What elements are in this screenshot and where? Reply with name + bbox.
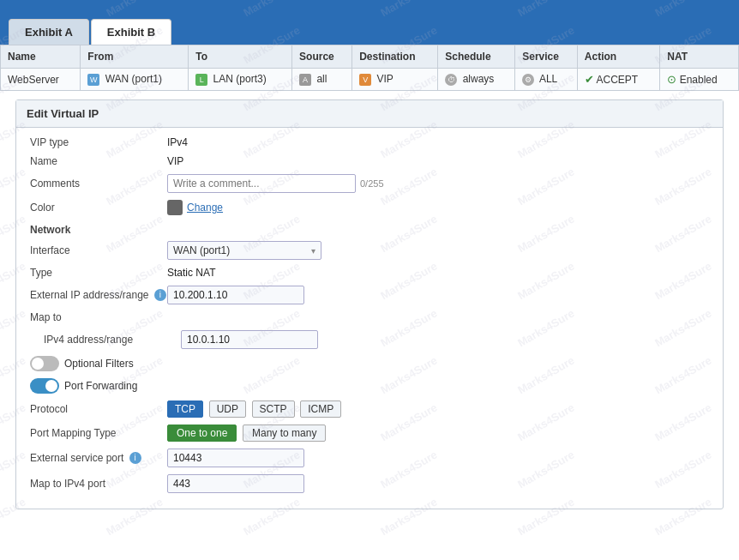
service-icon: ⚙ xyxy=(522,74,534,86)
ipv4-label: IPv4 address/range xyxy=(44,334,181,346)
change-color-button[interactable]: Change xyxy=(187,202,223,214)
map-many-to-many-button[interactable]: Many to many xyxy=(243,425,326,442)
network-section-header: Network xyxy=(30,224,709,236)
dst-icon: V xyxy=(359,74,371,86)
cell-source: A all xyxy=(292,69,352,91)
col-header-source: Source xyxy=(292,45,352,69)
optional-filters-toggle[interactable] xyxy=(30,356,59,371)
cell-from: W WAN (port1) xyxy=(81,69,189,91)
color-swatch xyxy=(167,200,183,215)
ipv4-input[interactable] xyxy=(181,330,318,349)
ext-ip-label: External IP address/range i xyxy=(30,289,167,302)
char-count: 0/255 xyxy=(360,178,384,189)
wan-icon: W xyxy=(87,74,99,86)
cell-nat: ⊙ Enabled xyxy=(660,69,739,91)
edit-panel-body: VIP type IPv4 Name VIP Comments 0/255 Co… xyxy=(16,128,723,509)
src-icon: A xyxy=(299,74,311,86)
tabs-bar: Exhibit A Exhibit B xyxy=(0,0,739,45)
schedule-icon: ⏱ xyxy=(445,74,457,86)
map-to-ipv4-port-label: Map to IPv4 port xyxy=(30,478,167,490)
col-header-action: Action xyxy=(577,45,659,69)
map-to-ipv4-port-row: Map to IPv4 port xyxy=(30,474,709,493)
dropdown-arrow-icon: ▾ xyxy=(311,246,315,256)
name-value: VIP xyxy=(167,155,183,167)
proto-sctp-button[interactable]: SCTP xyxy=(252,400,295,418)
cell-name: WebServer xyxy=(1,69,81,91)
vip-type-label: VIP type xyxy=(30,136,167,148)
col-header-from: From xyxy=(81,45,189,69)
port-mapping-type-row: Port Mapping Type One to one Many to man… xyxy=(30,425,709,442)
port-mapping-type-label: Port Mapping Type xyxy=(30,427,167,439)
vip-type-row: VIP type IPv4 xyxy=(30,136,709,148)
interface-dropdown[interactable]: WAN (port1) ▾ xyxy=(167,241,321,260)
name-row: Name VIP xyxy=(30,155,709,167)
cell-service: ⚙ ALL xyxy=(515,69,578,91)
col-header-schedule: Schedule xyxy=(438,45,515,69)
optional-filters-label: Optional Filters xyxy=(64,358,134,370)
table-row[interactable]: WebServer W WAN (port1) L LAN (port3) A … xyxy=(1,69,739,91)
comments-input[interactable] xyxy=(167,174,356,193)
protocol-row: Protocol TCP UDP SCTP ICMP xyxy=(30,400,709,418)
optional-filters-row: Optional Filters xyxy=(30,356,709,371)
port-forwarding-label: Port Forwarding xyxy=(64,380,137,392)
color-row: Color Change xyxy=(30,200,709,215)
type-label: Type xyxy=(30,267,167,279)
cell-schedule: ⏱ always xyxy=(438,69,515,91)
col-header-to: To xyxy=(189,45,292,69)
ext-ip-row: External IP address/range i xyxy=(30,286,709,304)
ext-service-port-label: External service port i xyxy=(30,452,167,465)
cell-to: L LAN (port3) xyxy=(189,69,292,91)
ext-service-port-input[interactable] xyxy=(167,449,304,467)
firewall-policy-table: Name From To Source Destination Schedule… xyxy=(0,45,739,91)
proto-tcp-button[interactable]: TCP xyxy=(167,400,203,418)
tab-exhibit-b[interactable]: Exhibit B xyxy=(91,19,171,45)
tab-exhibit-a[interactable]: Exhibit A xyxy=(9,19,89,45)
ext-ip-input[interactable] xyxy=(167,286,304,304)
name-label: Name xyxy=(30,155,167,167)
col-header-service: Service xyxy=(515,45,578,69)
map-to-row: Map to xyxy=(30,311,709,323)
lan-icon: L xyxy=(195,74,207,86)
enabled-icon: ⊙ xyxy=(667,73,676,86)
port-forwarding-toggle[interactable] xyxy=(30,378,59,394)
edit-virtual-ip-panel: Edit Virtual IP VIP type IPv4 Name VIP C… xyxy=(15,99,724,509)
col-header-destination: Destination xyxy=(352,45,438,69)
accept-icon: ✔ xyxy=(585,73,594,86)
map-to-label: Map to xyxy=(30,311,167,323)
ipv4-row: IPv4 address/range xyxy=(30,330,709,349)
ext-service-port-info-icon[interactable]: i xyxy=(129,452,141,464)
comments-label: Comments xyxy=(30,178,167,190)
cell-action: ✔ ACCEPT xyxy=(577,69,659,91)
ext-service-port-row: External service port i xyxy=(30,449,709,467)
color-label: Color xyxy=(30,202,167,214)
edit-panel-title: Edit Virtual IP xyxy=(16,100,723,128)
type-row: Type Static NAT xyxy=(30,267,709,279)
interface-label: Interface xyxy=(30,244,167,256)
protocol-label: Protocol xyxy=(30,403,167,415)
map-one-to-one-button[interactable]: One to one xyxy=(167,425,237,442)
map-to-ipv4-port-input[interactable] xyxy=(167,474,304,493)
mapping-type-buttons: One to one Many to many xyxy=(167,425,328,442)
type-value: Static NAT xyxy=(167,267,215,279)
cell-destination: V VIP xyxy=(352,69,438,91)
col-header-name: Name xyxy=(1,45,81,69)
comments-row: Comments 0/255 xyxy=(30,174,709,193)
col-header-nat: NAT xyxy=(660,45,739,69)
port-forwarding-row: Port Forwarding xyxy=(30,378,709,394)
interface-row: Interface WAN (port1) ▾ xyxy=(30,241,709,260)
ext-ip-info-icon[interactable]: i xyxy=(154,289,166,301)
proto-udp-button[interactable]: UDP xyxy=(209,400,246,418)
vip-type-value: IPv4 xyxy=(167,136,188,148)
main-content: Name From To Source Destination Schedule… xyxy=(0,45,739,509)
protocol-buttons: TCP UDP SCTP ICMP xyxy=(167,400,344,418)
proto-icmp-button[interactable]: ICMP xyxy=(300,400,341,418)
